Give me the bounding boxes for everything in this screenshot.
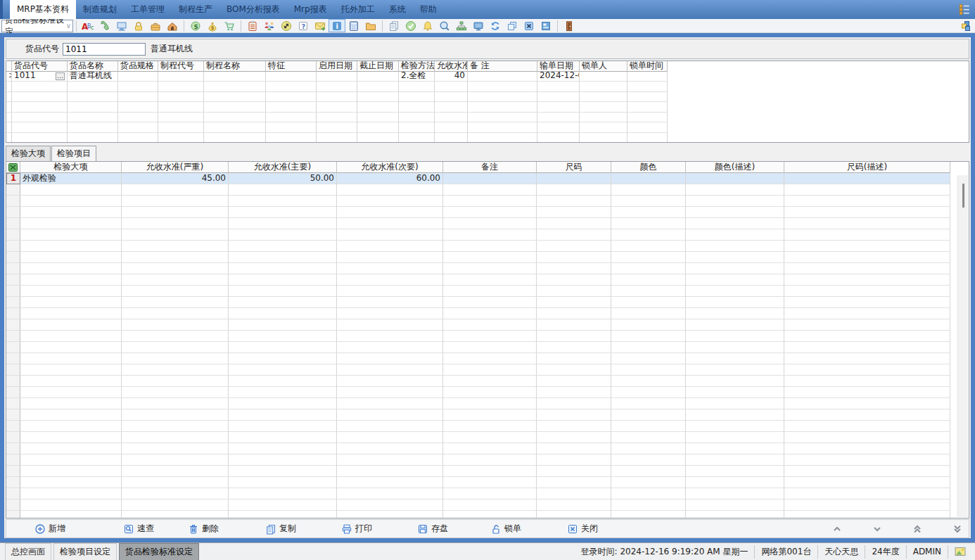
grid-cell[interactable] bbox=[537, 308, 611, 319]
grid-cell[interactable] bbox=[122, 443, 229, 454]
copy-icon[interactable] bbox=[385, 19, 402, 32]
empty-row[interactable] bbox=[6, 488, 969, 499]
grid-cell[interactable] bbox=[580, 92, 627, 103]
grid-cell[interactable] bbox=[435, 82, 468, 92]
grid-cell[interactable] bbox=[686, 263, 784, 274]
grid-cell[interactable] bbox=[118, 133, 158, 144]
grid-cell[interactable] bbox=[537, 82, 580, 92]
lock-order-button[interactable]: 锁单 bbox=[490, 523, 521, 535]
grid-cell[interactable] bbox=[537, 466, 611, 477]
add-button[interactable]: 新增 bbox=[34, 523, 65, 535]
grid-cell[interactable] bbox=[611, 297, 686, 308]
grid-cell[interactable] bbox=[611, 229, 686, 241]
scrollbar-thumb[interactable] bbox=[962, 184, 964, 208]
grid-cell[interactable] bbox=[537, 342, 611, 353]
monitor-icon[interactable] bbox=[470, 19, 487, 32]
grid-cell[interactable] bbox=[337, 263, 443, 274]
grid-cell[interactable] bbox=[537, 92, 580, 103]
app-window-icon[interactable] bbox=[537, 19, 554, 32]
grid-cell[interactable] bbox=[784, 263, 950, 274]
grid-cell[interactable] bbox=[317, 92, 357, 103]
grid-cell[interactable] bbox=[229, 432, 337, 443]
grid-cell[interactable] bbox=[20, 207, 122, 218]
grid-cell[interactable] bbox=[122, 241, 229, 252]
grid-cell[interactable] bbox=[686, 252, 784, 263]
grid-cell[interactable]: 普通耳机线 bbox=[68, 72, 118, 82]
empty-row[interactable] bbox=[6, 263, 969, 274]
grid-cell[interactable] bbox=[537, 173, 611, 184]
grid-cell[interactable] bbox=[158, 122, 204, 133]
grid-cell[interactable] bbox=[537, 274, 611, 286]
grid-cell[interactable] bbox=[337, 398, 443, 409]
column-header[interactable]: 允收水准(次要) bbox=[337, 162, 443, 173]
grid-cell[interactable] bbox=[399, 102, 435, 113]
grid-cell[interactable] bbox=[122, 308, 229, 319]
grid-cell[interactable] bbox=[468, 102, 537, 113]
grid-cell[interactable] bbox=[784, 319, 950, 331]
grid-cell[interactable] bbox=[6, 133, 12, 144]
grid-cell[interactable] bbox=[784, 241, 950, 252]
grid-cell[interactable]: 60.00 bbox=[337, 173, 443, 184]
grid-cell[interactable] bbox=[580, 72, 627, 82]
grid-cell[interactable] bbox=[337, 477, 443, 488]
grid-cell[interactable] bbox=[6, 319, 20, 331]
grid-cell[interactable] bbox=[357, 122, 399, 133]
grid-cell[interactable] bbox=[122, 229, 229, 241]
table-row[interactable]: >1011…普通耳机线2.全检402024-12-0... bbox=[6, 72, 969, 82]
grid-cell[interactable] bbox=[158, 102, 204, 113]
grid-cell[interactable] bbox=[122, 319, 229, 331]
empty-row[interactable] bbox=[6, 113, 969, 123]
grid-cell[interactable] bbox=[537, 376, 611, 387]
grid-cell[interactable] bbox=[229, 319, 337, 331]
double-chevron-down-icon[interactable] bbox=[952, 523, 963, 535]
grid-cell[interactable] bbox=[443, 432, 537, 443]
grid-cell[interactable] bbox=[784, 488, 950, 499]
grid-cell[interactable] bbox=[784, 466, 950, 477]
grid-cell[interactable] bbox=[611, 353, 686, 364]
grid-cell[interactable] bbox=[399, 113, 435, 123]
grid-cell[interactable] bbox=[122, 477, 229, 488]
grid-cell[interactable]: 1 bbox=[6, 173, 20, 184]
grid-cell[interactable] bbox=[229, 184, 337, 196]
grid-cell[interactable] bbox=[443, 331, 537, 342]
grid-cell[interactable] bbox=[229, 196, 337, 207]
grid-cell[interactable] bbox=[468, 133, 537, 144]
grid-cell[interactable] bbox=[357, 82, 399, 92]
grid-cell[interactable] bbox=[6, 454, 20, 466]
grid-cell[interactable]: 45.00 bbox=[122, 173, 229, 184]
cascade-windows-icon[interactable] bbox=[504, 19, 521, 32]
grid-cell[interactable] bbox=[337, 409, 443, 421]
grid-cell[interactable] bbox=[627, 82, 668, 92]
grid-cell[interactable] bbox=[122, 499, 229, 511]
grid-cell[interactable] bbox=[122, 196, 229, 207]
grid-cell[interactable] bbox=[611, 319, 686, 331]
grid-cell[interactable] bbox=[122, 488, 229, 499]
grid-cell[interactable] bbox=[317, 113, 357, 123]
grid-cell[interactable] bbox=[337, 342, 443, 353]
grid-cell[interactable] bbox=[443, 218, 537, 229]
grid-cell[interactable] bbox=[686, 218, 784, 229]
grid-cell[interactable] bbox=[229, 398, 337, 409]
grid-cell[interactable] bbox=[686, 376, 784, 387]
column-header[interactable] bbox=[6, 162, 20, 173]
grid-cell[interactable] bbox=[435, 133, 468, 144]
grid-cell[interactable] bbox=[6, 286, 20, 297]
grid-cell[interactable] bbox=[229, 409, 337, 421]
grid-cell[interactable] bbox=[204, 92, 266, 103]
grid-cell[interactable] bbox=[435, 102, 468, 113]
grid-cell[interactable] bbox=[6, 364, 20, 376]
grid-cell[interactable] bbox=[229, 466, 337, 477]
grid-cell[interactable] bbox=[337, 196, 443, 207]
column-header[interactable]: 制程代号 bbox=[158, 61, 204, 72]
empty-row[interactable] bbox=[6, 499, 969, 511]
column-header[interactable]: 允收水准 bbox=[435, 61, 468, 72]
grid-cell[interactable] bbox=[229, 499, 337, 511]
grid-cell[interactable] bbox=[537, 207, 611, 218]
delete-button[interactable]: 删除 bbox=[188, 523, 219, 535]
grid-cell[interactable] bbox=[784, 409, 950, 421]
grid-cell[interactable] bbox=[784, 477, 950, 488]
grid-cell[interactable] bbox=[443, 499, 537, 511]
grid-cell[interactable] bbox=[6, 241, 20, 252]
print-button[interactable]: 打印 bbox=[341, 523, 372, 535]
grid-cell[interactable] bbox=[229, 511, 337, 518]
